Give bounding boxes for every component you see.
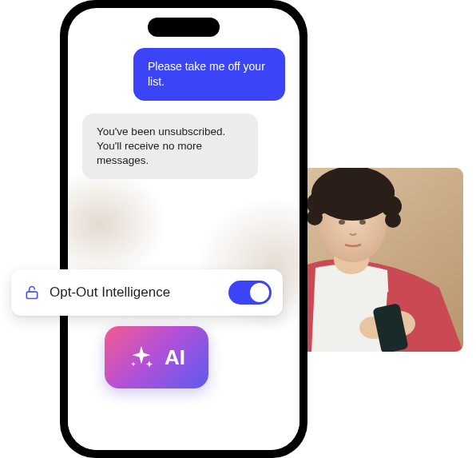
- svg-point-16: [359, 220, 366, 225]
- svg-point-14: [385, 212, 401, 228]
- lock-icon: [24, 285, 40, 301]
- phone-mockup: Please take me off your list. You've bee…: [60, 0, 307, 458]
- svg-point-15: [339, 220, 345, 225]
- opt-out-card: Opt-Out Intelligence: [11, 269, 283, 316]
- opt-out-toggle[interactable]: [228, 281, 272, 305]
- message-user: Please take me off your list.: [133, 48, 285, 101]
- message-system: You've been unsubscribed. You'll receive…: [82, 114, 258, 180]
- ai-badge: AI: [105, 326, 208, 388]
- opt-out-label: Opt-Out Intelligence: [50, 285, 219, 301]
- svg-point-13: [307, 209, 323, 225]
- svg-rect-20: [26, 292, 37, 298]
- sparkle-icon: [128, 344, 155, 371]
- ai-badge-label: AI: [165, 345, 185, 370]
